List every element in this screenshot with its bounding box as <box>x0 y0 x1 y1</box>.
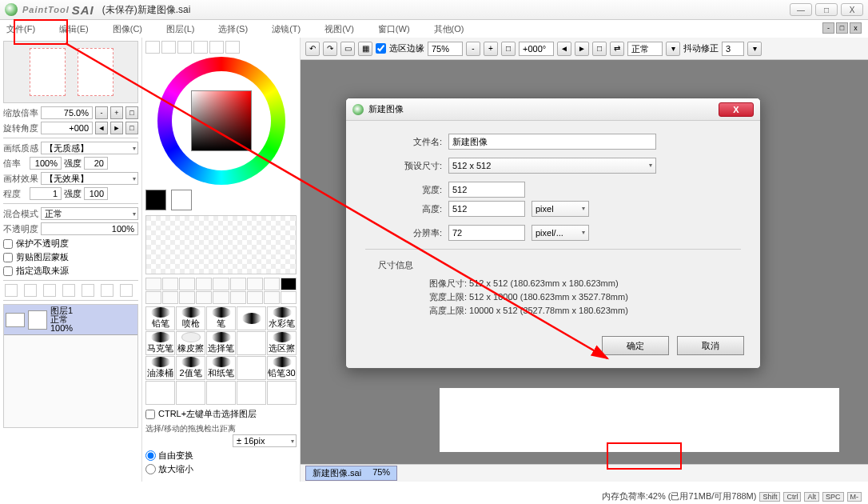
resolution-unit-dropdown[interactable]: pixel/... <box>532 225 589 241</box>
menu-select[interactable]: 选择(S) <box>215 22 251 37</box>
sel-edge-checkbox[interactable] <box>376 43 386 54</box>
move-tool-icon[interactable] <box>145 291 161 304</box>
wand-tool-icon[interactable] <box>179 278 195 290</box>
height-input[interactable]: 512 <box>448 201 525 217</box>
lasso-tool-icon[interactable] <box>162 278 178 290</box>
blend-mode-dropdown[interactable]: 正常 <box>41 207 138 220</box>
brush-pencil[interactable]: 铅笔 <box>145 306 175 330</box>
brush-watercolor[interactable]: 水彩笔 <box>267 306 297 330</box>
brush-marker[interactable]: 马克笔 <box>145 331 175 355</box>
clip-mask-checkbox[interactable] <box>3 253 13 262</box>
tool-slot2-icon[interactable] <box>230 291 246 304</box>
new-linework-icon[interactable] <box>24 284 37 297</box>
new-folder-icon[interactable] <box>43 284 56 297</box>
zoom-value[interactable]: 75.0% <box>41 106 93 119</box>
scratchpad-area[interactable] <box>145 215 297 274</box>
layer-visibility-icon[interactable] <box>6 313 25 327</box>
mode-cycle-icon[interactable]: ▾ <box>666 42 680 56</box>
sv-picker[interactable] <box>191 90 252 151</box>
brush-brush[interactable]: 笔 <box>206 306 236 330</box>
dialog-close-button[interactable]: X <box>719 102 754 117</box>
zoom-out-icon[interactable]: - <box>466 42 480 56</box>
brush-eraser[interactable]: 橡皮擦 <box>176 331 205 355</box>
strength-value[interactable]: 20 <box>84 157 108 170</box>
flip-icon[interactable]: ⇄ <box>610 42 624 56</box>
rotate-tool-icon[interactable] <box>179 291 195 304</box>
preset-dropdown[interactable]: 512 x 512 <box>448 158 656 174</box>
free-transform-radio[interactable] <box>145 450 156 461</box>
hsv-slider-icon[interactable] <box>177 41 192 54</box>
deselect-button[interactable]: ▭ <box>340 42 355 56</box>
delete-layer-icon[interactable] <box>120 284 133 297</box>
filename-input[interactable]: 新建图像 <box>448 134 656 150</box>
dialog-titlebar[interactable]: 新建图像 X <box>346 98 760 121</box>
brush-slot[interactable] <box>145 381 175 405</box>
brush-binary[interactable]: 2值笔 <box>176 356 205 380</box>
gray-slider-icon[interactable] <box>193 41 208 54</box>
toolbar-zoom-field[interactable]: 75% <box>428 42 463 56</box>
color-wheel-icon[interactable] <box>145 41 160 54</box>
angle-cw-icon[interactable]: ► <box>575 42 589 56</box>
toolbar-angle-field[interactable]: +000° <box>519 42 554 56</box>
ctrl-click-checkbox[interactable] <box>145 410 155 419</box>
line-tool-icon[interactable] <box>213 278 229 290</box>
ok-button[interactable]: 确定 <box>602 336 669 355</box>
marquee-tool-icon[interactable] <box>145 278 161 290</box>
menu-view[interactable]: 视图(V) <box>321 22 357 37</box>
zoom-in-icon[interactable]: + <box>484 42 498 56</box>
menu-file[interactable]: 文件(F) <box>3 22 38 37</box>
brush-empty2[interactable] <box>237 331 266 355</box>
brush-empty3[interactable] <box>237 356 266 380</box>
bg-tool-icon[interactable] <box>281 291 297 304</box>
hand-tool-icon[interactable] <box>196 291 212 304</box>
zoom-in-button[interactable]: + <box>110 106 123 119</box>
cancel-button[interactable]: 取消 <box>677 336 744 355</box>
scale-radio[interactable] <box>145 464 156 474</box>
curve-tool-icon[interactable] <box>230 278 246 290</box>
tool-slot4-icon[interactable] <box>264 291 280 304</box>
rgb-slider-icon[interactable] <box>161 41 176 54</box>
select-source-checkbox[interactable] <box>3 266 13 276</box>
picker-tool-icon[interactable] <box>213 291 229 304</box>
eraser-tool-icon[interactable] <box>196 278 212 290</box>
redo-button[interactable]: ↷ <box>323 42 337 56</box>
transfer-layer-icon[interactable] <box>62 284 75 297</box>
brush-airbrush[interactable]: 喷枪 <box>176 306 205 330</box>
mdi-minimize-button[interactable]: - <box>822 22 834 34</box>
menu-edit[interactable]: 编辑(E) <box>56 22 92 37</box>
brush-slot[interactable] <box>206 381 236 405</box>
menu-filter[interactable]: 滤镜(T) <box>269 22 304 37</box>
tool-slot3-icon[interactable] <box>247 291 263 304</box>
brush-selpen[interactable]: 选择笔 <box>206 331 236 355</box>
mdi-maximize-button[interactable]: □ <box>836 22 848 34</box>
drag-detect-dropdown[interactable]: ± 16pix <box>233 434 297 447</box>
brush-selerase[interactable]: 选区擦 <box>267 331 297 355</box>
wh-unit-dropdown[interactable]: pixel <box>532 201 589 217</box>
degree-value[interactable]: 1 <box>30 187 62 200</box>
brush-pencil30[interactable]: 铅笔30 <box>267 356 297 380</box>
brush-bucket[interactable]: 油漆桶 <box>145 356 175 380</box>
clear-layer-icon[interactable] <box>101 284 113 297</box>
bg-color-swatch[interactable] <box>171 190 192 210</box>
zoom-reset-button[interactable]: □ <box>125 106 138 119</box>
protect-opacity-checkbox[interactable] <box>3 239 13 249</box>
angle-reset-icon[interactable]: □ <box>592 42 607 56</box>
new-layer-icon[interactable] <box>5 284 18 297</box>
brush-slot[interactable] <box>176 381 205 405</box>
angle-ccw-icon[interactable]: ◄ <box>557 42 571 56</box>
window-minimize-button[interactable]: — <box>790 3 812 16</box>
fg-color-swatch[interactable] <box>145 190 166 210</box>
mdi-close-button[interactable]: x <box>850 22 862 34</box>
window-maximize-button[interactable]: □ <box>815 3 838 16</box>
window-close-button[interactable]: X <box>841 3 863 16</box>
brush-empty[interactable] <box>237 306 266 330</box>
merge-layer-icon[interactable] <box>82 284 94 297</box>
color-tool-icon[interactable] <box>281 278 297 290</box>
opacity-value[interactable]: 100% <box>41 222 138 235</box>
brush-slot[interactable] <box>267 381 297 405</box>
stabilizer-field[interactable]: 3 <box>722 42 744 56</box>
brush-slot[interactable] <box>237 381 266 405</box>
paper-feel-dropdown[interactable]: 【无质感】 <box>41 142 138 154</box>
stabilizer-dropdown-icon[interactable]: ▾ <box>747 42 762 56</box>
rotate-reset-button[interactable]: □ <box>125 122 138 134</box>
